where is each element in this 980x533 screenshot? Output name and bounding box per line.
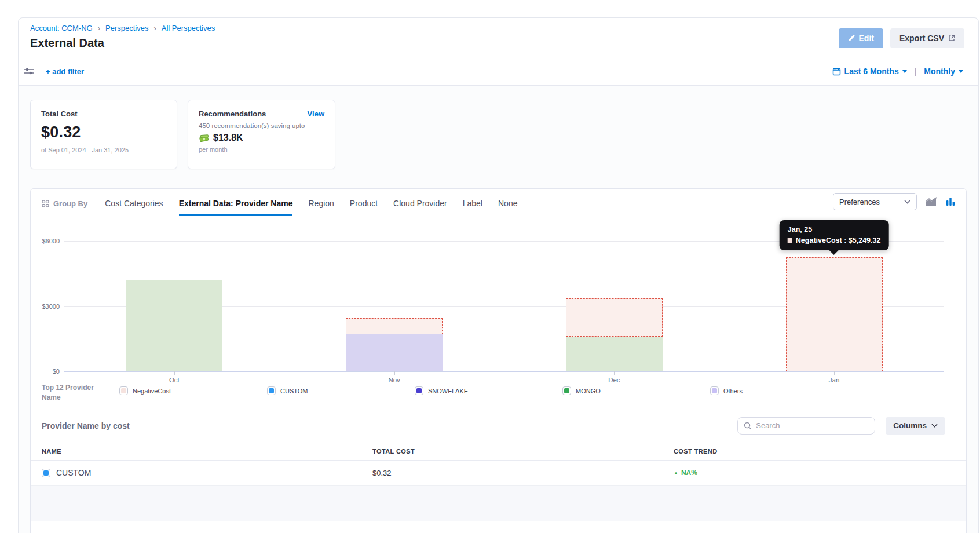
group-by-row: Group By Cost CategoriesExternal Data: P… — [31, 189, 966, 216]
columns-dropdown[interactable]: Columns — [886, 417, 945, 435]
edit-button[interactable]: Edit — [839, 28, 883, 48]
search-input[interactable] — [756, 421, 869, 430]
bar-chart-icon[interactable] — [946, 197, 955, 206]
x-axis-label: Oct — [169, 377, 180, 384]
search-icon — [744, 422, 752, 430]
bar-segment-mongo[interactable] — [566, 337, 663, 371]
legend-title: Top 12 Provider Name — [42, 383, 107, 403]
chevron-down-icon — [959, 70, 963, 73]
groupby-tab-cloud-provider[interactable]: Cloud Provider — [393, 192, 447, 216]
filter-divider: | — [915, 67, 917, 76]
filter-bar: + add filter Last 6 Months | Monthly — [19, 57, 978, 86]
chevron-down-icon — [904, 200, 910, 204]
table-row-custom[interactable]: CUSTOM$0.32▲NA% — [31, 461, 966, 486]
breadcrumb-separator: › — [153, 24, 156, 32]
y-axis-label: $3000 — [33, 303, 60, 310]
table-toolbar: Provider Name by cost Columns — [31, 403, 966, 443]
breadcrumb-account[interactable]: Account: CCM-NG — [30, 24, 93, 32]
table-title: Provider Name by cost — [42, 421, 130, 430]
table-header-row: NAMETOTAL COSTCOST TREND — [31, 443, 966, 461]
column-header-name[interactable]: NAME — [42, 448, 372, 455]
legend-swatch — [562, 386, 571, 395]
x-axis-label: Dec — [608, 377, 620, 384]
bar-segment-snowflake[interactable] — [346, 334, 443, 371]
legend-label: SNOWFLAKE — [428, 388, 468, 395]
y-axis-label: $6000 — [33, 238, 60, 244]
edit-button-label: Edit — [859, 34, 874, 43]
calendar-icon — [832, 67, 841, 76]
cost-bar-chart: $0$3000$6000OctNovDecJanJan, 25NegativeC… — [64, 227, 944, 371]
x-axis-label: Jan — [829, 377, 840, 384]
recommendations-savings: $13.8K — [213, 133, 243, 143]
legend-swatch — [415, 386, 423, 395]
export-csv-button[interactable]: Export CSV — [890, 28, 964, 48]
x-axis-tick — [174, 371, 175, 375]
groupby-tab-region[interactable]: Region — [308, 192, 334, 216]
legend-swatch — [710, 386, 719, 395]
export-csv-label: Export CSV — [899, 34, 944, 43]
table-search[interactable] — [737, 417, 875, 435]
group-by-tabs: Cost CategoriesExternal Data: Provider N… — [105, 192, 517, 216]
granularity-dropdown[interactable]: Monthly — [924, 67, 955, 76]
date-range-dropdown[interactable]: Last 6 Months — [844, 67, 899, 76]
preferences-dropdown[interactable]: Preferences — [833, 193, 917, 210]
column-header-cost-trend[interactable]: COST TREND — [674, 448, 966, 455]
content-area: Total Cost $0.32 of Sep 01, 2024 - Jan 3… — [19, 86, 978, 533]
legend-swatch — [267, 386, 276, 395]
breadcrumb-perspectives[interactable]: Perspectives — [105, 24, 148, 32]
legend-label: MONGO — [576, 388, 601, 395]
groupby-tab-cost-categories[interactable]: Cost Categories — [105, 192, 163, 216]
tooltip-series-marker — [788, 238, 792, 243]
cell-name: CUSTOM — [42, 468, 372, 477]
gridline-0 — [64, 371, 944, 372]
legend-label: NegativeCost — [133, 388, 171, 395]
external-link-icon — [948, 35, 955, 42]
legend-label: CUSTOM — [280, 388, 308, 395]
table-body: CUSTOM$0.32▲NA% — [31, 461, 966, 486]
column-header-total-cost[interactable]: TOTAL COST — [372, 448, 674, 455]
x-axis-tick — [394, 371, 395, 375]
legend-item-negativecost[interactable]: NegativeCost — [119, 386, 267, 395]
breadcrumb-separator: › — [98, 24, 100, 32]
legend-item-others[interactable]: Others — [710, 386, 743, 395]
total-cost-value: $0.32 — [41, 123, 166, 141]
chevron-down-icon — [902, 70, 907, 73]
chevron-down-icon — [931, 424, 938, 428]
total-cost-title: Total Cost — [41, 109, 166, 118]
recommendations-view-link[interactable]: View — [308, 109, 324, 118]
area-chart-icon[interactable] — [926, 197, 937, 206]
groupby-tab-label[interactable]: Label — [463, 192, 482, 216]
recommendations-per-month: per month — [199, 146, 324, 153]
total-cost-period: of Sep 01, 2024 - Jan 31, 2025 — [41, 147, 166, 154]
bar-segment-mongo[interactable] — [126, 280, 222, 372]
groupby-tab-product[interactable]: Product — [350, 192, 378, 216]
groupby-tab-external-data-provider-name[interactable]: External Data: Provider Name — [179, 192, 293, 216]
money-icon — [199, 134, 210, 143]
legend-label: Others — [723, 388, 743, 395]
groupby-tab-none[interactable]: None — [498, 192, 517, 216]
filter-sliders-icon[interactable] — [24, 67, 34, 76]
chart-tooltip: Jan, 25NegativeCost : $5,249.32 — [780, 220, 889, 250]
perspective-page: Account: CCM-NG › Perspectives › All Per… — [18, 17, 979, 533]
legend-item-mongo[interactable]: MONGO — [562, 386, 710, 395]
recommendations-card: Recommendations View 450 recommendation(… — [188, 100, 335, 169]
legend-item-snowflake[interactable]: SNOWFLAKE — [415, 386, 562, 395]
total-cost-card: Total Cost $0.32 of Sep 01, 2024 - Jan 3… — [30, 100, 177, 169]
columns-label: Columns — [893, 421, 927, 430]
grid-icon — [42, 200, 49, 207]
pencil-icon — [848, 35, 855, 42]
tooltip-title: Jan, 25 — [788, 225, 881, 233]
x-axis-tick — [834, 371, 835, 375]
legend-swatch — [119, 386, 128, 395]
preferences-label: Preferences — [839, 198, 880, 206]
legend-item-custom[interactable]: CUSTOM — [267, 386, 415, 395]
x-axis-tick — [614, 371, 615, 375]
bar-segment-negativecost[interactable] — [786, 257, 883, 371]
breadcrumb-all-perspectives[interactable]: All Perspectives — [162, 24, 215, 32]
bar-segment-negativecost[interactable] — [346, 318, 443, 334]
breadcrumb: Account: CCM-NG › Perspectives › All Per… — [30, 24, 215, 32]
bar-segment-negativecost[interactable] — [566, 298, 663, 337]
table-next-row-partial — [31, 486, 966, 521]
tooltip-value: NegativeCost : $5,249.32 — [788, 236, 881, 244]
add-filter-button[interactable]: + add filter — [46, 67, 84, 76]
